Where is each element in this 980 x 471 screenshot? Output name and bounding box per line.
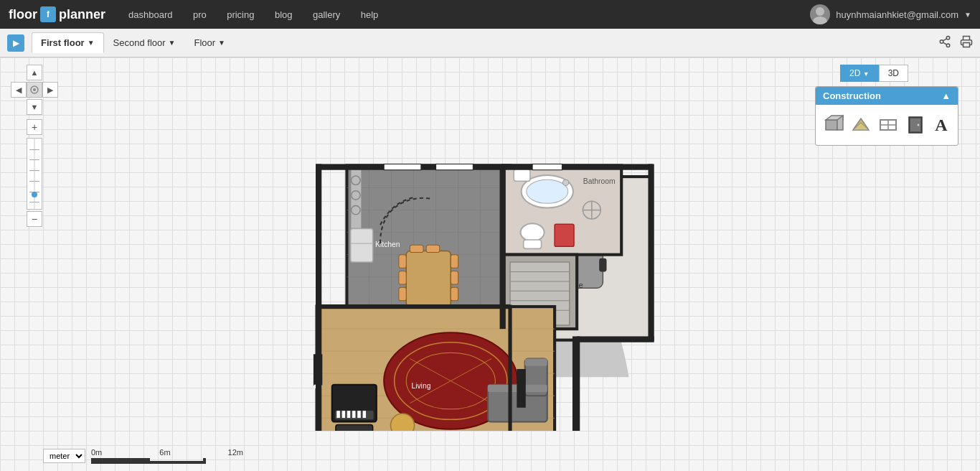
svg-point-4 (946, 44, 950, 47)
tab-floor[interactable]: Floor ▼ (184, 32, 235, 53)
floor-arrow: ▼ (218, 39, 225, 47)
nav-pro[interactable]: pro (193, 9, 207, 20)
svg-rect-50 (399, 287, 406, 301)
scale-labels: 0m 6m 12m (91, 448, 243, 457)
svg-rect-93 (341, 411, 345, 418)
svg-rect-98 (336, 425, 373, 431)
svg-rect-27 (599, 258, 606, 272)
logo[interactable]: floor f planner (9, 6, 105, 22)
navbar: floor f planner dashboard pro pricing bl… (0, 0, 980, 29)
svg-rect-61 (514, 169, 530, 182)
3d-building-icon[interactable] (823, 112, 844, 138)
logo-text-pre: floor (9, 7, 37, 22)
svg-rect-89 (525, 358, 547, 365)
nav-pricing[interactable]: pricing (227, 9, 254, 20)
svg-rect-7 (963, 42, 970, 47)
pan-up-button[interactable]: ▲ (27, 65, 42, 80)
svg-line-6 (943, 38, 946, 40)
main-canvas-area[interactable]: ▲ ◀ ▶ ▼ + (0, 57, 980, 471)
svg-rect-10 (826, 120, 837, 130)
svg-rect-43 (406, 251, 451, 307)
floor-roof-icon[interactable] (850, 112, 872, 138)
pan-left-button[interactable]: ◀ (11, 82, 27, 98)
tabs-right-actions (938, 35, 973, 51)
print-button[interactable] (960, 35, 973, 51)
view-mode-toggle: 2D ▼ 3D (840, 65, 908, 82)
pan-right-button[interactable]: ▶ (42, 82, 58, 98)
logo-text-post: planner (59, 7, 105, 22)
pan-down-button[interactable]: ▼ (27, 99, 42, 115)
pan-center-button[interactable] (27, 82, 42, 98)
nav-controls: ▲ ◀ ▶ ▼ + (11, 65, 58, 228)
2d-arrow-icon: ▼ (863, 70, 870, 78)
nav-dashboard[interactable]: dashboard (128, 9, 172, 20)
nav-help[interactable]: help (361, 9, 379, 20)
first-floor-arrow: ▼ (88, 39, 95, 47)
floor-plan-canvas[interactable]: Garage (273, 93, 703, 431)
view-2d-button[interactable]: 2D ▼ (840, 65, 879, 82)
svg-rect-127 (648, 164, 654, 340)
svg-rect-117 (317, 304, 510, 309)
construction-panel: Construction ▲ (815, 86, 958, 146)
svg-rect-49 (399, 271, 406, 284)
tab-first-floor[interactable]: First floor ▼ (32, 32, 104, 53)
user-area[interactable]: huynhmaianhkiet@gmail.com ▼ (810, 4, 971, 24)
svg-rect-62 (555, 224, 574, 246)
svg-rect-52 (451, 271, 458, 284)
window-icon[interactable] (877, 112, 899, 138)
scale-bar: meter feet 0m 6m 12m (43, 448, 243, 464)
main-nav: dashboard pro pricing blog gallery help (120, 8, 387, 21)
zoom-in-button[interactable]: + (27, 119, 42, 135)
svg-point-3 (940, 39, 943, 43)
svg-point-0 (816, 7, 824, 16)
svg-point-1 (813, 17, 827, 24)
nav-blog[interactable]: blog (275, 9, 293, 20)
door-icon[interactable] (905, 112, 926, 138)
svg-point-2 (946, 36, 950, 39)
expand-sidebar-button[interactable]: ▶ (7, 34, 24, 52)
svg-text:Living: Living (411, 382, 430, 390)
construction-panel-body: A (816, 105, 958, 145)
svg-rect-53 (451, 287, 458, 301)
view-3d-button[interactable]: 3D (879, 65, 908, 82)
svg-rect-60 (524, 240, 542, 248)
construction-panel-collapse[interactable]: ▲ (941, 90, 951, 101)
svg-rect-95 (352, 411, 356, 418)
svg-rect-132 (532, 164, 562, 169)
svg-rect-97 (362, 411, 366, 418)
svg-rect-128 (577, 336, 654, 342)
svg-rect-48 (399, 255, 406, 269)
svg-rect-94 (347, 411, 350, 418)
svg-line-5 (943, 42, 946, 45)
svg-rect-125 (316, 164, 653, 169)
share-button[interactable] (938, 35, 951, 51)
avatar (810, 4, 830, 24)
svg-rect-96 (357, 411, 361, 418)
svg-rect-122 (351, 228, 373, 262)
svg-point-20 (918, 124, 920, 126)
user-email: huynhmaianhkiet@gmail.com (836, 9, 958, 20)
nav-gallery[interactable]: gallery (313, 9, 340, 20)
tab-second-floor[interactable]: Second floor ▼ (104, 32, 185, 53)
construction-panel-header: Construction ▲ (816, 87, 958, 105)
svg-rect-51 (451, 255, 458, 269)
svg-text:Bathroom: Bathroom (583, 177, 616, 185)
floor-tabs-bar: ▶ First floor ▼ Second floor ▼ Floor ▼ (0, 29, 980, 57)
svg-rect-124 (500, 166, 506, 330)
text-label-icon[interactable]: A (932, 112, 951, 138)
svg-rect-131 (436, 164, 473, 169)
second-floor-arrow: ▼ (169, 39, 176, 47)
svg-rect-130 (384, 164, 421, 169)
svg-rect-116 (517, 370, 524, 407)
svg-rect-92 (336, 411, 340, 418)
svg-point-9 (33, 88, 36, 91)
svg-point-58 (562, 179, 568, 185)
unit-selector[interactable]: meter feet (43, 449, 85, 463)
svg-rect-44 (410, 245, 423, 252)
svg-point-57 (527, 179, 568, 203)
text-a-label: A (935, 116, 947, 135)
svg-rect-129 (573, 336, 580, 431)
user-dropdown-arrow[interactable]: ▼ (964, 11, 971, 19)
svg-text:Kitchen: Kitchen (375, 241, 400, 248)
zoom-out-button[interactable]: − (27, 211, 42, 227)
